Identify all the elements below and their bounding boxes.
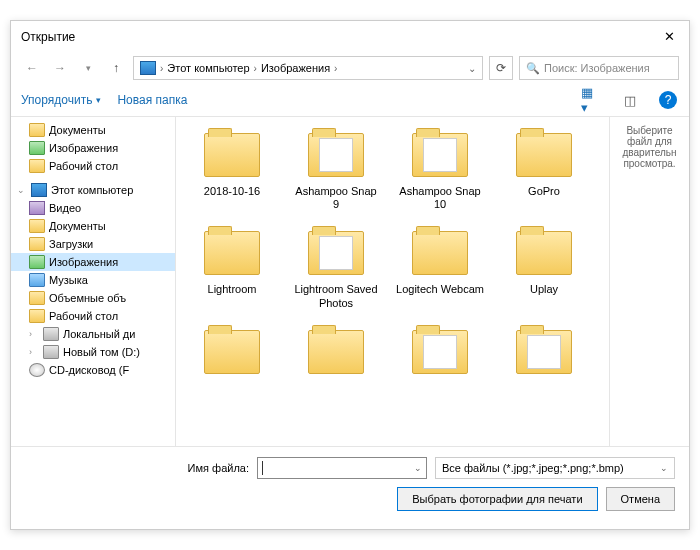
toolbar: Упорядочить ▾ Новая папка ▦ ▾ ◫ ?: [11, 84, 689, 117]
titlebar: Открытие ✕: [11, 21, 689, 52]
chevron-down-icon: ▾: [96, 95, 101, 105]
tree-pictures-2[interactable]: Изображения: [11, 253, 175, 271]
folder-item[interactable]: Ashampoo Snap 10: [392, 125, 488, 215]
preview-hint: Выберите файл для дварительн просмотра.: [622, 125, 676, 169]
pc-icon: [140, 61, 156, 75]
folder-item[interactable]: [288, 322, 384, 382]
preview-pane-button[interactable]: ◫: [619, 90, 641, 110]
preview-pane: Выберите файл для дварительн просмотра.: [609, 117, 689, 446]
chevron-right-icon: ›: [334, 63, 337, 74]
search-input[interactable]: 🔍 Поиск: Изображения: [519, 56, 679, 80]
folder-item[interactable]: Logitech Webcam: [392, 223, 488, 313]
close-button[interactable]: ✕: [659, 29, 679, 44]
navbar: ← → ▾ ↑ › Этот компьютер › Изображения ›…: [11, 52, 689, 84]
folder-item[interactable]: Uplay: [496, 223, 592, 313]
chevron-right-icon: ›: [254, 63, 257, 74]
chevron-down-icon: ⌄: [660, 463, 668, 473]
search-placeholder: Поиск: Изображения: [544, 62, 650, 74]
filename-label: Имя файла:: [188, 462, 249, 474]
back-button[interactable]: ←: [21, 57, 43, 79]
up-button[interactable]: ↑: [105, 57, 127, 79]
tree-music[interactable]: Музыка: [11, 271, 175, 289]
breadcrumb-root[interactable]: Этот компьютер: [167, 62, 249, 74]
content-area: 2018-10-16 Ashampoo Snap 9 Ashampoo Snap…: [176, 117, 689, 446]
recent-dropdown[interactable]: ▾: [77, 57, 99, 79]
forward-button[interactable]: →: [49, 57, 71, 79]
tree-cd-drive[interactable]: CD-дисковод (F: [11, 361, 175, 379]
open-button[interactable]: Выбрать фотографии для печати: [397, 487, 597, 511]
tree-this-pc[interactable]: ⌄Этот компьютер: [11, 181, 175, 199]
address-dropdown[interactable]: ⌄: [468, 63, 476, 74]
organize-button[interactable]: Упорядочить ▾: [21, 93, 101, 107]
tree-local-disk[interactable]: ›Локальный ди: [11, 325, 175, 343]
tree-desktop[interactable]: Рабочий стол: [11, 157, 175, 175]
dialog-body: Документы Изображения Рабочий стол ⌄Этот…: [11, 117, 689, 446]
collapse-icon: ⌄: [17, 185, 27, 195]
refresh-button[interactable]: ⟳: [489, 56, 513, 80]
folder-item[interactable]: [392, 322, 488, 382]
expand-icon: ›: [29, 347, 39, 357]
folder-item[interactable]: [496, 322, 592, 382]
folder-item[interactable]: [184, 322, 280, 382]
folder-item[interactable]: Lightroom Saved Photos: [288, 223, 384, 313]
folder-item[interactable]: GoPro: [496, 125, 592, 215]
new-folder-button[interactable]: Новая папка: [117, 93, 187, 107]
help-button[interactable]: ?: [657, 90, 679, 110]
cancel-button[interactable]: Отмена: [606, 487, 675, 511]
tree-documents-2[interactable]: Документы: [11, 217, 175, 235]
view-button[interactable]: ▦ ▾: [581, 90, 603, 110]
tree-3d-objects[interactable]: Объемные объ: [11, 289, 175, 307]
chevron-down-icon[interactable]: ⌄: [414, 463, 422, 473]
bottom-bar: Имя файла: ⌄ Все файлы (*.jpg;*.jpeg;*.p…: [11, 446, 689, 529]
address-bar[interactable]: › Этот компьютер › Изображения › ⌄: [133, 56, 483, 80]
filetype-filter[interactable]: Все файлы (*.jpg;*.jpeg;*.png;*.bmp) ⌄: [435, 457, 675, 479]
breadcrumb-folder[interactable]: Изображения: [261, 62, 330, 74]
folder-item[interactable]: 2018-10-16: [184, 125, 280, 215]
window-title: Открытие: [21, 30, 659, 44]
tree-video[interactable]: Видео: [11, 199, 175, 217]
tree-downloads[interactable]: Загрузки: [11, 235, 175, 253]
folder-item[interactable]: Lightroom: [184, 223, 280, 313]
open-file-dialog: Открытие ✕ ← → ▾ ↑ › Этот компьютер › Из…: [10, 20, 690, 530]
expand-icon: ›: [29, 329, 39, 339]
file-grid: 2018-10-16 Ashampoo Snap 9 Ashampoo Snap…: [176, 117, 609, 446]
search-icon: 🔍: [526, 62, 540, 75]
chevron-right-icon: ›: [160, 63, 163, 74]
tree-documents[interactable]: Документы: [11, 121, 175, 139]
tree-desktop-2[interactable]: Рабочий стол: [11, 307, 175, 325]
filename-input[interactable]: ⌄: [257, 457, 427, 479]
tree-new-volume[interactable]: ›Новый том (D:): [11, 343, 175, 361]
folder-item[interactable]: Ashampoo Snap 9: [288, 125, 384, 215]
nav-tree: Документы Изображения Рабочий стол ⌄Этот…: [11, 117, 176, 446]
tree-pictures[interactable]: Изображения: [11, 139, 175, 157]
